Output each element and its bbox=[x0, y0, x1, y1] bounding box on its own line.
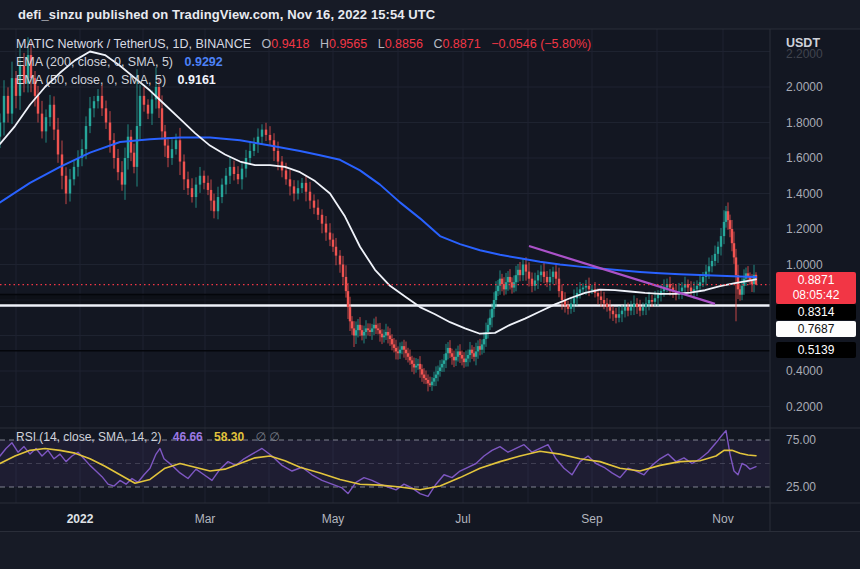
last-price-value: 0.8871 bbox=[776, 273, 856, 288]
ema200-label: EMA (200, close, 0, SMA, 5) bbox=[16, 55, 173, 69]
time-tick-label: Sep bbox=[581, 512, 602, 526]
ema50-line[interactable] bbox=[0, 52, 756, 334]
price-tick-label: 1.0000 bbox=[786, 258, 823, 272]
ema50-value: 0.9161 bbox=[178, 73, 216, 87]
time-tick-label: Nov bbox=[712, 512, 733, 526]
rsi-hidden-values: ∅ ∅ bbox=[255, 430, 279, 444]
price-tick-label: 2.0000 bbox=[786, 80, 823, 94]
time-tick-label: 2022 bbox=[67, 512, 94, 526]
low-label: L bbox=[378, 37, 385, 51]
open-value: 0.9418 bbox=[271, 37, 309, 51]
footer-bar: TradingView bbox=[0, 532, 860, 569]
time-tick-label: May bbox=[322, 512, 345, 526]
change-value: −0.0546 (−5.80%) bbox=[491, 37, 591, 51]
low-value: 0.8856 bbox=[385, 37, 423, 51]
rsi-tick-label: 25.00 bbox=[786, 480, 816, 494]
open-label: O bbox=[262, 37, 272, 51]
ema200-line[interactable] bbox=[0, 138, 756, 277]
close-value: 0.8871 bbox=[442, 37, 480, 51]
time-tick-label: Mar bbox=[195, 512, 216, 526]
price-axis-ghost-tick: 2.2000 bbox=[786, 47, 823, 61]
level-badge-0-7687: 0.7687 bbox=[776, 321, 856, 337]
high-label: H bbox=[320, 37, 329, 51]
ema200-legend-row[interactable]: EMA (200, close, 0, SMA, 5) 0.9292 bbox=[16, 55, 223, 69]
rsi-tick-label: 75.00 bbox=[786, 433, 816, 447]
bar-countdown: 08:05:42 bbox=[776, 288, 856, 303]
candlestick-series[interactable] bbox=[0, 37, 757, 391]
high-value: 0.9565 bbox=[329, 37, 367, 51]
price-tick-label: 1.6000 bbox=[786, 151, 823, 165]
symbol-title: MATIC Network / TetherUS, 1D, BINANCE bbox=[16, 37, 251, 51]
tradingview-published-chart: defi_sinzu published on TradingView.com,… bbox=[0, 0, 860, 569]
rsi-ma-value: 58.30 bbox=[214, 430, 244, 444]
price-tick-label: 0.4000 bbox=[786, 364, 823, 378]
ema50-legend-row[interactable]: EMA (50, close, 0, SMA, 5) 0.9161 bbox=[16, 73, 216, 87]
ema50-label: EMA (50, close, 0, SMA, 5) bbox=[16, 73, 166, 87]
price-tick-label: 1.2000 bbox=[786, 222, 823, 236]
price-tick-label: 1.8000 bbox=[786, 116, 823, 130]
price-tick-label: 0.2000 bbox=[786, 400, 823, 414]
rsi-value: 46.66 bbox=[173, 430, 203, 444]
last-price-badge: 0.8871 08:05:42 bbox=[776, 272, 856, 304]
symbol-legend-row[interactable]: MATIC Network / TetherUS, 1D, BINANCE O0… bbox=[16, 37, 591, 51]
price-tick-label: 1.4000 bbox=[786, 187, 823, 201]
ema200-value: 0.9292 bbox=[185, 55, 223, 69]
level-badge-0-8314: 0.8314 bbox=[776, 304, 856, 320]
rsi-legend-row[interactable]: RSI (14, close, SMA, 14, 2) 46.66 58.30 … bbox=[16, 430, 280, 444]
time-tick-label: Jul bbox=[455, 512, 470, 526]
rsi-label: RSI (14, close, SMA, 14, 2) bbox=[16, 430, 161, 444]
level-badge-0-5139: 0.5139 bbox=[776, 342, 856, 358]
